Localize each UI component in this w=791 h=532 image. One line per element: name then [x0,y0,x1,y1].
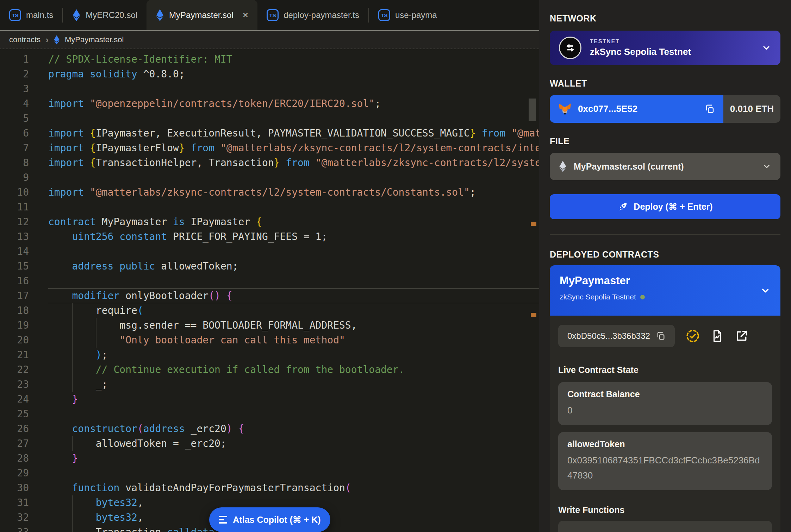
code-line-30: 30 function validateAndPayForPaymasterTr… [0,481,539,495]
tab-mypaymaster-sol[interactable]: MyPaymaster.sol× [147,0,257,30]
copy-icon[interactable] [704,104,715,114]
deployed-contracts-heading: DEPLOYED CONTRACTS [550,249,780,260]
code-line-5: 5 [0,111,539,126]
line-content: _; [48,377,539,392]
line-content [48,82,539,96]
file-dropdown[interactable]: MyPaymaster.sol (current) [550,153,780,180]
file-dropdown-value: MyPaymaster.sol (current) [574,162,684,172]
line-number: 24 [0,392,48,407]
typescript-file-icon: TS [267,9,279,21]
code-line-17: 17 modifier onlyBootloader() { [0,289,539,303]
code-line-4: 4import "@openzeppelin/contracts/token/E… [0,96,539,111]
tab-myerc20-sol[interactable]: MyERC20.sol [63,0,147,30]
line-number: 10 [0,185,48,200]
line-content: address public allowedToken; [48,259,539,274]
code-line-23: 23 _; [0,377,539,392]
close-icon[interactable]: × [243,10,248,20]
status-dot [640,295,645,299]
code-line-15: 15 address public allowedToken; [0,259,539,274]
verified-check-icon[interactable] [685,329,700,343]
line-content: } [48,451,539,466]
code-area: 1// SPDX-License-Identifier: MIT2pragma … [0,49,539,532]
line-content: msg.sender == BOOTLOADER_FORMAL_ADDRESS, [48,318,539,333]
code-line-3: 3 [0,82,539,96]
line-number: 31 [0,495,48,510]
file-heading: FILE [550,136,780,146]
contract-address-pill[interactable]: 0xbD50c5...3b36b332 [558,325,675,347]
line-content: import {IPaymasterFlow} from "@matterlab… [48,141,539,156]
breadcrumb-file[interactable]: MyPaymaster.sol [65,35,124,44]
solidity-file-icon [72,9,81,21]
network-info: TESTNET zkSync Sepolia Testnet [590,38,691,57]
network-swap-icon [559,37,581,59]
line-number: 1 [0,52,48,67]
code-line-12: 12contract MyPaymaster is IPaymaster { [0,215,539,229]
line-number: 3 [0,82,48,96]
editor-pane: TSmain.tsMyERC20.solMyPaymaster.sol×TSde… [0,0,539,532]
atlas-copilot-button[interactable]: Atlas Copilot (⌘ + K) [209,507,330,532]
code-line-16: 16 [0,274,539,289]
tab-main-ts[interactable]: TSmain.ts [0,0,62,30]
deploy-button[interactable]: Deploy (⌘ + Enter) [550,194,780,219]
code-line-19: 19 msg.sender == BOOTLOADER_FORMAL_ADDRE… [0,318,539,333]
line-number: 21 [0,348,48,362]
external-link-icon[interactable] [735,329,749,343]
wallet-address-button[interactable]: 0xc077...5E52 [550,95,723,123]
code-editor[interactable]: 1// SPDX-License-Identifier: MIT2pragma … [0,49,539,532]
tab-use-payma[interactable]: TSuse-payma [369,0,446,30]
line-content [48,200,539,215]
chevron-down-icon [760,285,771,296]
line-number: 32 [0,510,48,525]
network-selector[interactable]: TESTNET zkSync Sepolia Testnet [550,31,780,65]
contract-address: 0xbD50c5...3b36b332 [567,331,650,341]
breadcrumb-folder[interactable]: contracts [9,35,41,44]
contract-name: MyPaymaster [560,274,645,287]
line-content [48,170,539,185]
code-line-11: 11 [0,200,539,215]
code-line-8: 8import {TransactionHelper, Transaction}… [0,156,539,170]
line-number: 9 [0,170,48,185]
line-number: 26 [0,422,48,436]
line-content: import {IPaymaster, ExecutionResult, PAY… [48,126,539,141]
line-number: 22 [0,362,48,377]
line-number: 16 [0,274,48,289]
line-number: 23 [0,377,48,392]
contract-file-icon[interactable] [711,329,724,343]
line-number: 28 [0,451,48,466]
copilot-label: Atlas Copilot (⌘ + K) [233,515,320,525]
code-line-28: 28 } [0,451,539,466]
code-line-18: 18 require( [0,303,539,318]
line-content: import {TransactionHelper, Transaction} … [48,156,539,170]
chevron-right-icon: › [45,35,49,44]
deployed-contract-header[interactable]: MyPaymaster zkSync Sepolia Testnet [550,265,780,316]
copy-icon[interactable] [656,331,666,341]
line-number: 4 [0,96,48,111]
line-number: 8 [0,156,48,170]
chevron-down-icon [762,162,771,171]
divider [550,234,780,235]
rocket-icon [617,202,628,212]
code-line-10: 10import "@matterlabs/zksync-contracts/l… [0,185,539,200]
live-state-list: Contract Balance0allowedToken0x039510687… [558,382,772,490]
contract-address-row: 0xbD50c5...3b36b332 [558,325,772,347]
tab-deploy-paymaster-ts[interactable]: TSdeploy-paymaster.ts [257,0,368,30]
code-line-22: 22 // Continue execution if called from … [0,362,539,377]
write-function-posttransaction[interactable]: postTransaction [558,521,772,532]
tab-label: main.ts [26,10,53,20]
code-line-21: 21 ); [0,348,539,362]
tab-label: use-payma [395,10,437,20]
wallet-balance: 0.010 ETH [723,95,780,123]
typescript-file-icon: TS [9,9,21,21]
contract-network: zkSync Sepolia Testnet [560,293,645,301]
wallet-heading: WALLET [550,78,780,89]
line-number: 33 [0,525,48,532]
metamask-fox-icon [558,103,572,115]
indent-guide [72,495,73,532]
line-content [48,244,539,259]
code-line-9: 9 [0,170,539,185]
code-line-20: 20 "Only bootloader can call this method… [0,333,539,348]
editor-scrollbar-thumb[interactable] [529,99,536,121]
state-value: 0 [567,403,763,418]
state-label: allowedToken [567,439,763,449]
line-number: 6 [0,126,48,141]
